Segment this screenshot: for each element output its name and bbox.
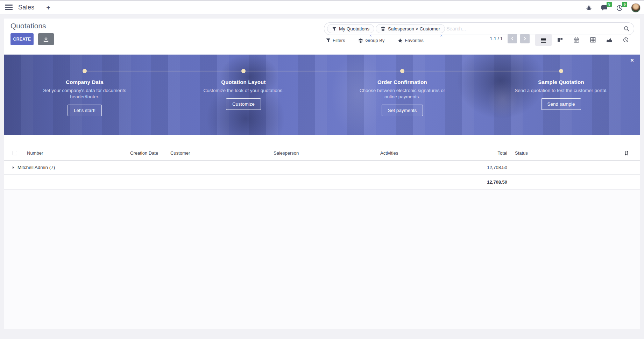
onboarding-step-quotation-layout: Quotation Layout Customize the look of y… — [191, 55, 296, 110]
facet-label: My Quotations — [339, 26, 369, 31]
main-panel: Quotations CREATE My Quotations × — [4, 19, 640, 329]
graph-view-icon[interactable] — [601, 34, 617, 46]
column-header-salesperson[interactable]: Salesperson — [269, 150, 376, 156]
pager-next-button[interactable] — [520, 34, 530, 43]
footer-total: 12,708.50 — [480, 179, 511, 185]
search-input[interactable] — [446, 26, 624, 31]
menu-label: Favorites — [405, 38, 423, 43]
step-description: Set your company's data for documents he… — [37, 87, 132, 100]
lets-start-button[interactable]: Let's start! — [68, 105, 102, 116]
filters-menu[interactable]: Filters — [326, 38, 345, 43]
debug-bug-icon[interactable] — [585, 4, 593, 12]
star-icon — [398, 38, 403, 43]
search-facet-groupby[interactable]: Salesperson > Customer × — [376, 24, 445, 33]
step-title: Company Data — [32, 79, 137, 85]
view-switcher — [535, 34, 634, 46]
column-header-total[interactable]: Total — [480, 150, 511, 156]
control-panel: Quotations CREATE My Quotations × — [4, 19, 640, 55]
facet-label: Salesperson > Customer — [388, 26, 440, 31]
pager: 1-1 / 1 — [490, 34, 530, 43]
onboarding-step-sample-quotation: Sample Quotation Send a quotation to tes… — [509, 55, 614, 110]
set-payments-button[interactable]: Set payments — [382, 105, 423, 116]
onboarding-progress-line — [85, 71, 561, 71]
banner-close-icon[interactable]: × — [630, 57, 634, 63]
column-header-number[interactable]: Number — [23, 150, 126, 156]
activity-view-icon[interactable] — [617, 34, 634, 46]
plus-icon[interactable]: + — [47, 4, 50, 11]
step-dot — [559, 69, 563, 73]
pager-range: 1-1 / 1 — [490, 36, 503, 41]
group-total: 12,708.50 — [480, 165, 511, 170]
customize-button[interactable]: Customize — [226, 98, 261, 110]
menu-label: Filters — [333, 38, 345, 43]
calendar-view-icon[interactable] — [568, 34, 585, 46]
create-button[interactable]: CREATE — [10, 33, 34, 45]
favorites-menu[interactable]: Favorites — [398, 38, 423, 43]
filter-icon — [332, 27, 337, 31]
select-all-checkbox[interactable] — [13, 151, 17, 155]
search-bar[interactable]: My Quotations × Salesperson > Customer × — [324, 22, 634, 35]
kanban-view-icon[interactable] — [552, 34, 568, 46]
step-description: Choose between electronic signatures or … — [355, 87, 450, 100]
export-button[interactable] — [38, 33, 54, 45]
step-title: Order Confirmation — [350, 79, 455, 85]
facet-remove-icon[interactable]: × — [440, 34, 443, 38]
download-icon — [43, 37, 49, 42]
group-row-mitchell-admin[interactable]: Mitchell Admin (7) 12,708.50 — [4, 161, 640, 175]
groupby-menu[interactable]: Group By — [358, 38, 384, 43]
messages-icon[interactable]: 5 — [600, 4, 608, 12]
column-header-status[interactable]: Status — [511, 150, 619, 156]
column-header-creation-date[interactable]: Creation Date — [126, 150, 166, 156]
group-label: Mitchell Admin (7) — [17, 165, 55, 170]
send-sample-button[interactable]: Send sample — [541, 98, 581, 110]
search-facet-my-quotations[interactable]: My Quotations × — [327, 24, 374, 33]
activities-count-badge: 6 — [622, 2, 627, 7]
activities-clock-icon[interactable]: 6 — [616, 4, 623, 12]
filter-icon — [326, 38, 331, 43]
column-header-customer[interactable]: Customer — [166, 150, 269, 156]
menu-label: Group By — [365, 38, 384, 43]
optional-columns-icon[interactable] — [619, 151, 640, 156]
apps-menu-icon[interactable] — [5, 5, 13, 10]
search-menus: Filters Group By Favorites — [326, 38, 424, 43]
layers-icon — [381, 26, 385, 31]
facet-remove-icon[interactable]: × — [369, 34, 372, 38]
step-dot — [83, 69, 87, 73]
onboarding-step-company-data: Company Data Set your company's data for… — [32, 55, 137, 116]
user-avatar[interactable] — [631, 3, 641, 13]
pager-previous-button[interactable] — [508, 34, 517, 43]
onboarding-banner: × Company Data Set your company's data f… — [4, 55, 640, 135]
onboarding-step-order-confirmation: Order Confirmation Choose between electr… — [350, 55, 455, 116]
step-dot — [400, 69, 404, 73]
messages-count-badge: 5 — [607, 2, 612, 7]
list-header-row: Number Creation Date Customer Salesperso… — [4, 146, 640, 161]
app-name[interactable]: Sales — [18, 4, 35, 11]
step-description: Customize the look of your quotations. — [196, 87, 291, 94]
column-header-activities[interactable]: Activities — [376, 150, 480, 156]
search-icon[interactable] — [624, 26, 630, 32]
page-title: Quotations — [10, 22, 46, 30]
layers-icon — [358, 38, 363, 43]
step-description: Send a quotation to test the customer po… — [514, 87, 609, 94]
page: Sales + 5 6 Quotations CREATE — [0, 0, 644, 339]
step-title: Sample Quotation — [509, 79, 614, 85]
group-expand-caret-icon[interactable] — [13, 166, 14, 169]
step-dot — [241, 69, 246, 73]
empty-area — [4, 190, 640, 329]
quotations-list: Number Creation Date Customer Salesperso… — [4, 146, 640, 190]
top-navbar: Sales + 5 6 — [0, 0, 644, 14]
step-title: Quotation Layout — [191, 79, 296, 85]
list-view-icon[interactable] — [535, 34, 552, 46]
pivot-view-icon[interactable] — [585, 34, 601, 46]
list-footer-row: 12,708.50 — [4, 175, 640, 190]
